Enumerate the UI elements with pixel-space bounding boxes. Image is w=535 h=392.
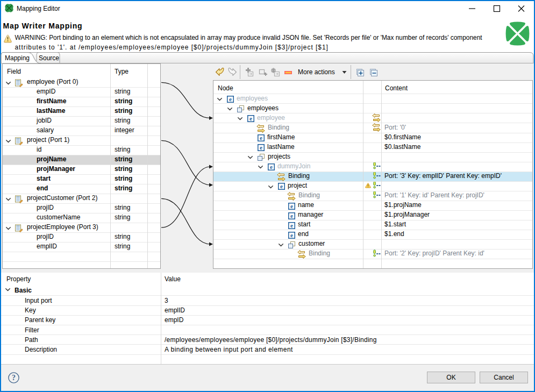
svg-text:e: e xyxy=(270,163,273,170)
svg-text:e: e xyxy=(260,144,262,151)
svg-text:e: e xyxy=(280,183,283,189)
svg-text:e: e xyxy=(260,134,262,141)
svg-text:e: e xyxy=(249,115,252,122)
svg-text:?: ? xyxy=(12,374,16,382)
svg-text:e: e xyxy=(229,96,232,102)
svg-text:e: e xyxy=(290,232,293,238)
svg-text:e: e xyxy=(290,203,293,209)
svg-text:e: e xyxy=(290,222,293,229)
svg-text:e: e xyxy=(290,212,293,219)
